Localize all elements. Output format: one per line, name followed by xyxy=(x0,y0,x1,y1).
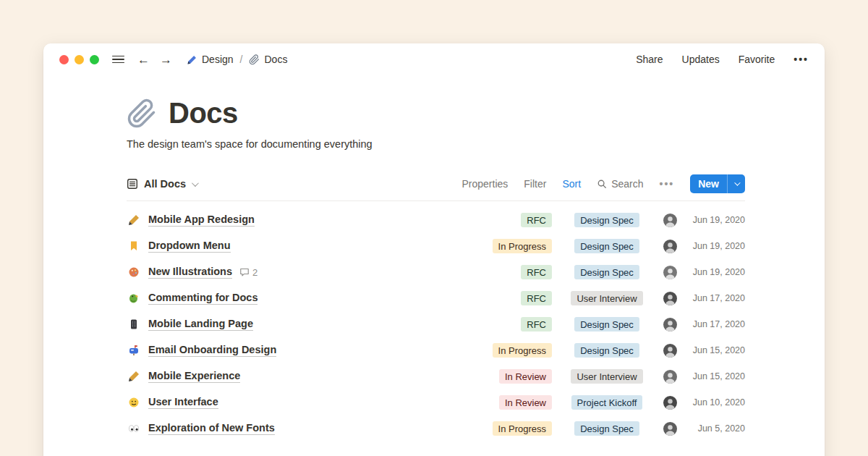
category-tag[interactable]: Design Spec xyxy=(574,265,639,279)
view-selector-label: All Docs xyxy=(144,178,186,190)
table-row[interactable]: Exploration of New Fonts In Progress Des… xyxy=(127,415,745,442)
row-date: Jun 19, 2020 xyxy=(684,267,745,277)
updates-button[interactable]: Updates xyxy=(682,54,720,65)
share-button[interactable]: Share xyxy=(636,54,663,65)
avatar xyxy=(663,292,677,305)
favorite-button[interactable]: Favorite xyxy=(739,54,775,65)
category-tag[interactable]: User Interview xyxy=(571,291,642,305)
comment-count-value: 2 xyxy=(252,267,258,278)
pencil-icon xyxy=(187,54,197,65)
category-tag[interactable]: Design Spec xyxy=(574,317,639,332)
table-row[interactable]: Mobile Landing Page RFC Design Spec Jun … xyxy=(127,311,745,337)
filter-button[interactable]: Filter xyxy=(524,178,546,190)
status-tag[interactable]: In Review xyxy=(499,369,552,384)
status-tag[interactable]: RFC xyxy=(521,265,552,279)
doc-title-link[interactable]: Email Onboarding Design xyxy=(148,344,276,357)
breadcrumb-label: Docs xyxy=(264,54,287,65)
row-date: Jun 10, 2020 xyxy=(684,397,745,408)
close-window-button[interactable] xyxy=(59,55,69,64)
breadcrumb-item-design[interactable]: Design xyxy=(187,54,234,65)
category-tag[interactable]: Design Spec xyxy=(574,213,639,227)
table-row[interactable]: Email Onboarding Design In Progress Desi… xyxy=(127,337,745,363)
doc-title-link[interactable]: Exploration of New Fonts xyxy=(148,422,275,435)
table-row[interactable]: Mobile App Redesign RFC Design Spec Jun … xyxy=(127,207,745,233)
topbar-actions: Share Updates Favorite ••• xyxy=(636,54,809,65)
notion-window: ← → Design / Docs Sha xyxy=(43,43,825,456)
row-date: Jun 19, 2020 xyxy=(684,215,745,225)
new-button-label[interactable]: New xyxy=(690,174,727,193)
page-content: Docs The design team's space for documen… xyxy=(43,97,825,442)
category-tag[interactable]: User Interview xyxy=(571,369,642,384)
status-tag[interactable]: RFC xyxy=(521,317,552,332)
window-topbar: ← → Design / Docs Sha xyxy=(43,43,825,75)
paperclip-page-icon[interactable] xyxy=(127,98,157,129)
doc-title-link[interactable]: Mobile Experience xyxy=(148,370,240,383)
page-title: Docs xyxy=(169,97,238,130)
view-selector[interactable]: All Docs xyxy=(127,178,197,190)
breadcrumb-item-docs[interactable]: Docs xyxy=(249,54,287,65)
category-tag[interactable]: Design Spec xyxy=(574,421,639,436)
status-tag[interactable]: In Progress xyxy=(493,239,552,253)
doc-title-link[interactable]: New Illustrations xyxy=(148,266,232,279)
page-subtitle: The design team's space for documenting … xyxy=(127,138,745,150)
avatar xyxy=(663,240,677,253)
status-tag[interactable]: In Review xyxy=(499,395,552,410)
search-button[interactable]: Search xyxy=(597,178,643,190)
status-tag[interactable]: In Progress xyxy=(493,421,552,436)
breadcrumb-label: Design xyxy=(202,54,234,65)
category-tag[interactable]: Design Spec xyxy=(574,343,639,358)
properties-button[interactable]: Properties xyxy=(462,178,509,190)
document-list-icon xyxy=(127,178,138,190)
doc-title-link[interactable]: Mobile Landing Page xyxy=(148,318,253,331)
new-dropdown-button[interactable] xyxy=(727,174,745,193)
status-tag[interactable]: RFC xyxy=(521,291,552,305)
avatar xyxy=(663,396,677,410)
table-row[interactable]: New Illustrations 2 RFC Design Spec Jun … xyxy=(127,259,745,285)
doc-title-link[interactable]: Dropdown Menu xyxy=(148,240,231,253)
traffic-lights xyxy=(59,55,99,64)
table-row[interactable]: User Interface In Review Project Kickoff… xyxy=(127,389,745,415)
breadcrumb-separator: / xyxy=(240,54,243,65)
forward-arrow-icon[interactable]: → xyxy=(160,54,172,66)
chevron-down-icon xyxy=(734,180,740,185)
row-date: Jun 15, 2020 xyxy=(684,345,745,355)
category-tag[interactable]: Project Kickoff xyxy=(571,395,643,410)
row-date: Jun 15, 2020 xyxy=(684,371,745,381)
avatar xyxy=(663,422,677,436)
toolbar-controls: Properties Filter Sort Search ••• New xyxy=(462,174,746,193)
docs-list: Mobile App Redesign RFC Design Spec Jun … xyxy=(127,207,745,442)
paperclip-icon xyxy=(249,54,260,65)
pen-icon xyxy=(127,214,141,226)
zoom-window-button[interactable] xyxy=(90,55,99,64)
mailbox-icon xyxy=(127,345,141,356)
doc-title-link[interactable]: Mobile App Redesign xyxy=(148,214,255,227)
comment-count[interactable]: 2 xyxy=(239,267,258,278)
parrot-icon xyxy=(127,292,141,304)
status-tag[interactable]: RFC xyxy=(521,213,552,227)
page-header: Docs The design team's space for documen… xyxy=(127,97,745,150)
bookmark-icon xyxy=(127,240,141,252)
avatar xyxy=(663,214,677,227)
avatar xyxy=(663,344,677,358)
more-options-icon[interactable]: ••• xyxy=(793,54,809,65)
search-icon xyxy=(597,179,607,189)
minimize-window-button[interactable] xyxy=(75,55,84,64)
pen-icon xyxy=(127,371,141,382)
desktop-background: ← → Design / Docs Sha xyxy=(0,0,868,456)
avatar xyxy=(663,266,677,279)
avatar xyxy=(663,370,677,384)
new-button[interactable]: New xyxy=(690,174,745,193)
table-row[interactable]: Commenting for Docs RFC User Interview J… xyxy=(127,285,745,311)
status-tag[interactable]: In Progress xyxy=(493,343,552,358)
doc-title-link[interactable]: User Interface xyxy=(148,396,218,409)
breadcrumb: Design / Docs xyxy=(187,54,287,65)
back-arrow-icon[interactable]: ← xyxy=(137,54,150,66)
sidebar-menu-icon[interactable] xyxy=(112,56,124,64)
doc-title-link[interactable]: Commenting for Docs xyxy=(148,292,258,305)
sort-button[interactable]: Sort xyxy=(562,178,581,190)
category-tag[interactable]: Design Spec xyxy=(574,239,639,253)
table-row[interactable]: Dropdown Menu In Progress Design Spec Ju… xyxy=(127,233,745,259)
row-date: Jun 17, 2020 xyxy=(684,293,745,303)
table-row[interactable]: Mobile Experience In Review User Intervi… xyxy=(127,363,745,389)
toolbar-more-icon[interactable]: ••• xyxy=(659,178,674,190)
